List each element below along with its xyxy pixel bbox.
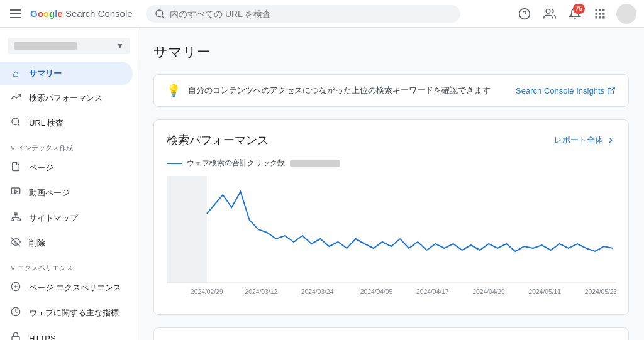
sidebar-item-page-experience[interactable]: ページ エクスペリエンス [0,275,133,300]
svg-rect-10 [602,13,604,14]
svg-rect-13 [602,16,604,18]
sidebar-item-search-performance[interactable]: 検索パフォーマンス [0,85,133,111]
insights-link-label: Search Console Insights [516,86,604,96]
insights-link[interactable]: Search Console Insights [516,86,616,96]
legend-line [167,163,182,164]
help-icon [518,8,531,20]
sidebar-item-label: ウェブに関する主な指標 [29,307,119,319]
sidebar-item-label: 検索パフォーマンス [29,92,103,104]
svg-text:2024/05/11: 2024/05/11 [528,288,561,295]
sidebar-item-web-vitals[interactable]: ウェブに関する主な指標 [0,300,133,326]
svg-rect-20 [18,219,20,221]
search-input[interactable] [170,9,452,19]
sidebar-item-removal[interactable]: 削除 [0,231,133,256]
svg-text:2024/03/24: 2024/03/24 [301,288,334,295]
avatar-button[interactable] [616,4,636,24]
sidebar-item-video-pages[interactable]: 動画ページ [0,180,133,206]
notification-badge: 75 [573,4,585,14]
performance-chart: 2024/02/29 2024/03/12 2024/03/24 2024/04… [167,176,616,302]
svg-line-1 [162,16,164,18]
svg-rect-7 [602,9,604,11]
app-logo: Google Search Console [30,8,133,19]
sidebar-item-label: ページ [29,162,53,173]
sidebar-item-summary[interactable]: ⌂ サマリー [0,62,133,85]
apps-button[interactable] [589,3,611,25]
search-bar[interactable] [146,5,460,23]
chevron-right-icon [606,135,616,145]
svg-point-14 [12,118,19,125]
plus-circle-icon [10,282,21,294]
performance-card-title: 検索パフォーマンス [167,133,269,148]
main-content: サマリー 💡 自分のコンテンツへのアクセスにつながった上位の検索キーワードを確認… [138,28,644,340]
trending-up-icon [10,92,21,104]
chart-svg: 2024/02/29 2024/03/12 2024/03/24 2024/04… [167,176,616,302]
notification-button[interactable]: 75 [564,3,586,25]
property-selector[interactable]: ▼ [8,38,130,54]
info-banner-text: 自分のコンテンツへのアクセスにつながった上位の検索キーワードを確認できます [188,85,508,96]
sidebar-item-label: ページ エクスペリエンス [29,282,121,293]
speed-icon [10,307,21,319]
performance-card: 検索パフォーマンス レポート全体 ウェブ検索の合計クリック数 [153,119,629,315]
legend-label: ウェブ検索の合計クリック数 [187,158,285,168]
index-section-label[interactable]: ∨ インデックス作成 [0,136,138,155]
svg-rect-5 [596,9,597,11]
legend-value-blurred [290,160,340,167]
app-header: Google Search Console 75 [0,0,644,28]
page-title: サマリー [153,43,629,62]
sidebar-item-label: HTTPS [29,334,56,341]
index-card: インデックス作成 [153,327,629,340]
chart-legend: ウェブ検索の合計クリック数 [167,158,616,168]
svg-line-15 [18,124,19,126]
sitemap-icon [10,212,21,224]
svg-rect-19 [11,219,14,221]
apps-icon [594,8,606,20]
property-name [14,42,77,50]
help-button[interactable] [513,3,536,25]
svg-rect-11 [596,16,597,18]
home-icon: ⌂ [10,68,21,79]
search-icon [155,9,165,19]
svg-rect-32 [167,176,207,283]
bulb-icon: 💡 [167,84,180,97]
sidebar-item-label: サマリー [29,68,62,79]
sidebar-item-label: 削除 [29,238,45,249]
video-icon [10,187,21,199]
experience-section-label[interactable]: ∨ エクスペリエンス [0,256,138,275]
svg-text:2024/02/29: 2024/02/29 [191,288,223,295]
sidebar-item-pages[interactable]: ページ [0,155,133,180]
header-actions: 75 [513,3,636,25]
lock-icon [10,332,21,340]
svg-text:2024/04/17: 2024/04/17 [416,288,449,295]
report-link-label: レポート全体 [554,134,603,146]
info-banner: 💡 自分のコンテンツへのアクセスにつながった上位の検索キーワードを確認できます … [153,74,629,107]
svg-line-31 [611,87,614,91]
header-left: Google Search Console [8,7,146,21]
svg-point-0 [156,10,163,17]
file-icon [10,162,21,174]
search-small-icon [10,117,21,129]
eye-off-icon [10,237,21,250]
sidebar-item-https[interactable]: HTTPS [0,326,133,340]
card-header: 検索パフォーマンス レポート全体 [167,133,616,148]
svg-rect-6 [599,9,601,11]
svg-marker-17 [15,190,18,193]
svg-rect-12 [599,16,601,18]
external-link-icon [607,86,616,95]
sidebar-item-url-inspection[interactable]: URL 検査 [0,111,133,136]
main-layout: ▼ ⌂ サマリー 検索パフォーマンス URL 検査 ∨ インデックス作成 ページ [0,28,644,340]
svg-text:2024/05/23: 2024/05/23 [585,288,616,295]
svg-rect-9 [599,13,601,14]
svg-point-4 [546,9,550,13]
svg-text:2024/04/29: 2024/04/29 [472,288,505,295]
sidebar-item-label: 動画ページ [29,187,70,199]
svg-rect-8 [596,13,597,14]
sidebar-item-sitemap[interactable]: サイトマップ [0,206,133,231]
hamburger-menu-button[interactable] [8,7,24,21]
svg-rect-29 [12,336,19,340]
account-button[interactable] [538,3,561,25]
account-icon [543,8,556,20]
report-link[interactable]: レポート全体 [554,134,616,146]
svg-rect-18 [14,213,17,215]
svg-text:2024/04/05: 2024/04/05 [360,288,393,295]
sidebar-item-label: サイトマップ [29,212,78,224]
